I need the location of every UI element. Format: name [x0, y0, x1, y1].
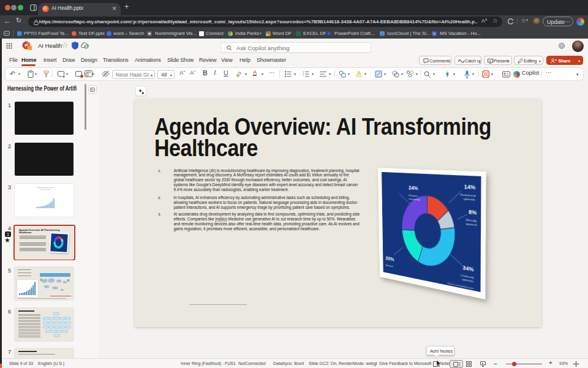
- svg-text:2: 2: [303, 73, 304, 76]
- svg-text:8%: 8%: [469, 209, 477, 216]
- svg-text:P: P: [24, 43, 28, 48]
- svg-text:14%: 14%: [464, 184, 476, 191]
- svg-text:24%: 24%: [409, 185, 418, 192]
- svg-text:Deepest: Deepest: [409, 194, 419, 198]
